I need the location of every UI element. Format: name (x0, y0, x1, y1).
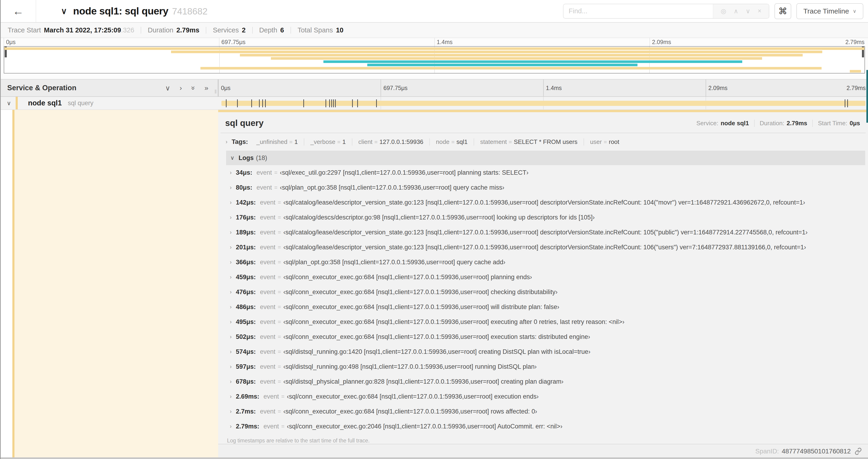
span-log-marker[interactable] (251, 99, 252, 107)
column-resizer-handle[interactable]: ‖ (214, 88, 217, 95)
log-timestamp: 495μs: (236, 318, 256, 326)
collapse-trace-header-icon[interactable]: ∨ (61, 6, 67, 16)
prev-match-icon[interactable]: ∧ (734, 7, 738, 15)
log-row[interactable]: › 502μs: event = ‹sql/conn_executor_exec… (226, 329, 865, 344)
log-row[interactable]: › 459μs: event = ‹sql/conn_executor_exec… (226, 270, 865, 285)
collapse-all-icon[interactable]: » (189, 86, 197, 90)
back-button[interactable]: ← (1, 0, 36, 22)
log-message: ‹sql/conn_executor_exec.go:684 [nsql1,cl… (283, 289, 557, 296)
tag-item: client=127.0.0.1:59936 (352, 138, 430, 145)
page-header: ← ∨ node sql1: sql query 7418682 ◎ ∧ ∨ ×… (1, 0, 868, 23)
span-log-marker[interactable] (357, 99, 358, 107)
span-log-marker[interactable] (333, 99, 334, 107)
log-row[interactable]: › 597μs: event = ‹sql/distsql_running.go… (226, 359, 865, 374)
span-log-marker[interactable] (326, 99, 326, 107)
service-operation-header: Service & Operation ∨ › » » ‖ (1, 79, 218, 96)
span-log-marker[interactable] (331, 99, 332, 107)
log-row[interactable]: › 678μs: event = ‹sql/distsql_physical_p… (226, 374, 865, 389)
span-log-marker[interactable] (845, 99, 845, 107)
log-timestamp: 80μs: (236, 184, 252, 191)
span-log-marker[interactable] (376, 99, 377, 107)
log-field-name: event (260, 363, 275, 370)
trace-timeline-page: ← ∨ node sql1: sql query 7418682 ◎ ∧ ∨ ×… (0, 0, 868, 459)
log-field-name: event (256, 184, 272, 191)
focus-match-icon[interactable]: ◎ (721, 7, 726, 15)
span-log-marker[interactable] (259, 99, 260, 107)
log-row[interactable]: › 189μs: event = ‹sql/catalog/lease/desc… (226, 225, 865, 240)
keyboard-shortcuts-button[interactable]: ⌘ (774, 3, 791, 19)
log-row[interactable]: › 476μs: event = ‹sql/conn_executor_exec… (226, 285, 865, 299)
log-message: ‹sql/plan_opt.go:358 [nsql1,client=127.0… (280, 184, 504, 191)
log-message: ‹sql/plan_opt.go:358 [nsql1,client=127.0… (283, 259, 505, 266)
deep-link-icon[interactable] (855, 448, 862, 455)
log-row[interactable]: › 2.69ms: event = ‹sql/conn_executor_exe… (226, 389, 865, 404)
span-detail-meta: Service:node sql1 Duration:2.79ms Start … (691, 120, 860, 127)
span-log-marker[interactable] (262, 99, 263, 107)
log-field-name: event (260, 408, 275, 415)
span-log-marker[interactable] (237, 99, 238, 107)
span-log-marker[interactable] (847, 99, 848, 107)
service-operation-title: Service & Operation (7, 84, 76, 92)
span-log-marker[interactable] (265, 99, 266, 107)
log-field-name: event (260, 214, 275, 221)
log-timestamp: 486μs: (236, 303, 256, 311)
log-row[interactable]: › 2.79ms: event = ‹sql/conn_executor_exe… (226, 419, 865, 434)
tags-list: _unfinished=1 _verbose=1 client=127.0.0.… (250, 138, 625, 145)
chevron-right-icon: › (230, 170, 232, 176)
log-row[interactable]: › 80μs: event = ‹sql/plan_opt.go:358 [ns… (226, 180, 865, 195)
find-input[interactable] (563, 4, 713, 18)
log-row[interactable]: › 574μs: event = ‹sql/distsql_running.go… (226, 344, 865, 359)
log-row[interactable]: › 142μs: event = ‹sql/catalog/lease/desc… (226, 195, 865, 210)
scrollbar-thumb[interactable] (866, 70, 868, 123)
span-row-timeline-cell[interactable] (218, 97, 868, 109)
span-log-marker[interactable] (303, 99, 304, 107)
minimap-canvas[interactable] (4, 46, 865, 73)
span-detail-top-accent (218, 110, 868, 112)
span-log-marker[interactable] (226, 99, 226, 107)
timeline-header-row: Service & Operation ∨ › » » ‖ 2.79ms 0μs… (1, 79, 868, 97)
logs-header[interactable]: ∨ Logs (18) (226, 151, 865, 165)
tag-item: _verbose=1 (304, 138, 352, 145)
tags-row[interactable]: › Tags: _unfinished=1 _verbose=1 c (218, 133, 868, 150)
span-detail-header: sql query Service:node sql1 Duration:2.7… (218, 112, 868, 133)
span-log-marker[interactable] (335, 99, 336, 107)
trace-id: 7418682 (172, 6, 208, 17)
chevron-right-icon: › (230, 244, 232, 251)
expand-all-icon[interactable]: » (205, 84, 208, 92)
minimap-time-tick: 1.4ms (434, 38, 453, 46)
next-match-icon[interactable]: ∨ (746, 7, 750, 15)
log-row[interactable]: › 495μs: event = ‹sql/conn_executor_exec… (226, 315, 865, 329)
log-timestamp: 574μs: (236, 348, 256, 355)
clear-find-icon[interactable]: × (757, 7, 762, 15)
log-field-name: event (260, 199, 275, 206)
log-row[interactable]: › 176μs: event = ‹sql/catalog/descs/desc… (226, 210, 865, 225)
span-log-marker[interactable] (352, 99, 353, 107)
log-row[interactable]: › 34μs: event = ‹sql/exec_util.go:2297 [… (226, 165, 865, 180)
find-box: ◎ ∧ ∨ × (563, 4, 769, 19)
log-field-name: event (260, 348, 275, 355)
trace-view-select[interactable]: Trace Timeline ∨ (796, 3, 863, 19)
back-arrow-icon: ← (12, 5, 24, 18)
span-log-marker[interactable] (329, 99, 330, 107)
log-message: ‹sql/conn_executor_exec.go:2046 [nsql1,c… (287, 423, 562, 430)
span-collapse-icon[interactable]: ∨ (7, 100, 13, 107)
log-timestamp: 189μs: (236, 229, 256, 236)
chevron-right-icon: › (230, 393, 232, 400)
log-row[interactable]: › 201μs: event = ‹sql/catalog/lease/desc… (226, 240, 865, 255)
ruler-tick: 697.75μs (380, 79, 407, 96)
chevron-right-icon: › (230, 185, 232, 191)
log-row[interactable]: › 486μs: event = ‹sql/conn_executor_exec… (226, 299, 865, 315)
trace-duration: Duration 2.79ms (141, 27, 206, 34)
log-row[interactable]: › 366μs: event = ‹sql/plan_opt.go:358 [n… (226, 255, 865, 270)
span-meta-item: Service:node sql1 (691, 120, 754, 127)
span-duration-bar[interactable] (221, 101, 865, 106)
log-timestamp: 502μs: (236, 333, 256, 340)
span-row[interactable]: ∨ node sql1 sql query (1, 97, 868, 110)
log-row[interactable]: › 2.7ms: event = ‹sql/conn_executor_exec… (226, 404, 865, 419)
chevron-down-icon: ∨ (230, 155, 235, 161)
log-timestamp: 476μs: (236, 289, 256, 296)
expand-one-icon[interactable]: › (180, 84, 182, 92)
log-field-name: event (260, 378, 275, 385)
collapse-one-icon[interactable]: ∨ (165, 84, 170, 92)
log-field-name: event (260, 273, 275, 281)
